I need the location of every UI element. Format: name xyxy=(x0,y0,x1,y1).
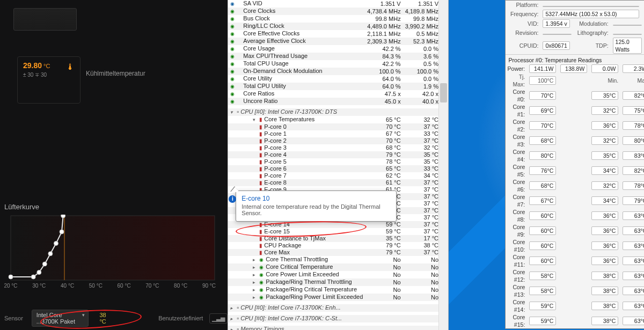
svg-text:20 °C: 20 °C xyxy=(4,283,18,289)
table-row[interactable]: ◉SA VID1.351 V1.351 V1.351 V1.351 V xyxy=(228,0,448,8)
table-row[interactable]: ◉Average Effective Clock2,309.3 MHz52.3 … xyxy=(228,38,448,45)
tdp-value: 125.0 Watts xyxy=(613,38,642,54)
table-row[interactable]: ▮P-core 368 °C32 °C80 °C36 °C xyxy=(228,144,448,151)
table-row[interactable]: ◉Bus Clock99.8 MHz99.8 MHz99.8 MHz99.8 M… xyxy=(228,15,448,23)
cpuid-label: CPUID: xyxy=(506,37,541,54)
svg-rect-0 xyxy=(11,216,215,280)
sensor-current-temp: 38 °C xyxy=(99,312,109,325)
sensor-select-value: Intel Core ...3700K Paket xyxy=(36,312,79,325)
coolant-label: Kühlmitteltemperatur xyxy=(86,70,145,77)
sensor-label: Sensor xyxy=(4,315,23,321)
core-temperature-table: Power:141.1W138.8W0.0W2.3WN/ATj. Max:100… xyxy=(506,64,644,328)
svg-point-3 xyxy=(31,275,35,279)
table-row[interactable]: ▾▮Core Temperatures65 °C32 °C83 °C50 °C xyxy=(228,116,448,123)
table-row[interactable]: ▸◉Package/Ring Critical TemperatureNoNoN… xyxy=(228,286,448,294)
thermometer-icon: 🌡 xyxy=(66,62,75,72)
table-row[interactable]: ▸◉Core Critical TemperatureNoNoNo xyxy=(228,263,448,271)
cpu-info-window[interactable]: Platform: Frequency:5327.44MHz (100.52 x… xyxy=(505,0,644,329)
svg-text:50 °C: 50 °C xyxy=(89,283,103,289)
table-row[interactable]: ▸◉Package/Ring Power Limit ExceededNoNoN… xyxy=(228,294,448,301)
table-row[interactable]: ▮P-core 479 °C35 °C80 °C59 °C xyxy=(228,151,448,158)
fan-curve-heading: Lüfterkurve xyxy=(4,203,39,211)
table-row[interactable]: ▮CPU Package79 °C38 °C82 °C63 °C xyxy=(228,242,448,249)
svg-point-5 xyxy=(42,262,47,266)
table-row[interactable]: ◉Total CPU Utility64.0 %1.9 %81.1 %32.1 … xyxy=(228,83,448,90)
svg-text:40 °C: 40 °C xyxy=(61,283,74,289)
scrollbar[interactable] xyxy=(438,0,448,330)
table-row[interactable]: ◉Max CPU/Thread Usage84.3 %3.6 %97.8 %65… xyxy=(228,53,448,60)
tooltip: i E-core 10 Internal core temperature re… xyxy=(236,190,397,222)
keyboard-illustration xyxy=(13,8,77,31)
svg-point-2 xyxy=(9,275,13,279)
table-row[interactable]: ▸◉Core Thermal ThrottlingNoNoNo xyxy=(228,256,448,263)
svg-text:80 °C: 80 °C xyxy=(174,283,187,289)
table-row[interactable]: ◉Core Utility64.0 %0.0 %150.6 %32.1 % xyxy=(228,75,448,83)
table-row[interactable]: ◉Core Ratios47.5 x42.0 x54.0 x47.5 x xyxy=(228,90,448,98)
table-row[interactable]: ▮P-core 578 °C35 °C83 °C57 °C xyxy=(228,158,448,165)
tooltip-tail xyxy=(231,187,239,192)
svg-text:90 °C: 90 °C xyxy=(202,283,216,289)
table-row[interactable]: ▮Core Max79 °C37 °C83 °C62 °C xyxy=(228,249,448,256)
table-row[interactable]: ◉Core Usage42.2 %0.0 %97.8 %20.3 % xyxy=(228,45,448,53)
table-row[interactable]: ▮E-core 1459 °C37 °C61 °C47 °C xyxy=(228,221,448,228)
svg-point-7 xyxy=(54,241,58,246)
tooltip-title: E-core 10 xyxy=(241,195,391,202)
chart-icon[interactable]: ▁▃▅ xyxy=(209,313,228,324)
table-row[interactable]: ▸◉Package/Ring Thermal ThrottlingNoNoNo xyxy=(228,278,448,286)
hw-monitor-panel: ◉SA VID1.351 V1.351 V1.351 V1.351 V◉Core… xyxy=(228,0,448,330)
temp-readings-header: Processor #0: Temperature Readings xyxy=(506,54,644,64)
fan-curve-chart[interactable]: 20 °C30 °C40 °C50 °C60 °C70 °C80 °C90 °C xyxy=(4,215,222,290)
table-row[interactable]: ◉Uncore Ratio45.0 x40.0 x46.0 x45.3 x xyxy=(228,98,448,105)
table-row[interactable]: ▮P-core 070 °C37 °C81 °C53 °C xyxy=(228,123,448,130)
table-row[interactable]: ▮E-core 861 °C37 °C61 °C47 °C xyxy=(228,179,448,186)
coolant-temp-card[interactable]: 🌡 29.80°C ± 30 ∓ 30 xyxy=(17,56,80,104)
svg-point-6 xyxy=(48,252,53,256)
svg-text:60 °C: 60 °C xyxy=(118,283,131,289)
table-row[interactable]: ▮P-core 665 °C33 °C73 °C49 °C xyxy=(228,165,448,172)
table-row[interactable]: ▮E-core 1559 °C37 °C61 °C47 °C xyxy=(228,228,448,235)
svg-text:70 °C: 70 °C xyxy=(145,283,159,289)
scrollbar-thumb[interactable] xyxy=(440,83,447,102)
coolant-temp-range: ± 30 ∓ 30 xyxy=(23,72,75,78)
table-row[interactable]: ▮P-core 167 °C33 °C71 °C49 °C xyxy=(228,130,448,137)
vid-value: 1.3954 v xyxy=(543,19,569,28)
vid-label: VID: xyxy=(506,19,541,28)
tdp-label: TDP: xyxy=(574,37,610,54)
tooltip-body: Internal core temperature read by the Di… xyxy=(241,203,391,216)
sensor-select[interactable]: Intel Core ...3700K Paket ▾ xyxy=(32,310,89,327)
fan-control-panel: 🌡 29.80°C ± 30 ∓ 30 Kühlmitteltemperatur… xyxy=(0,0,228,330)
table-row[interactable]: ◉Core Effective Clocks2,118.1 MHz0.5 MHz… xyxy=(228,30,448,38)
cpuid-value: 0x80671 xyxy=(543,41,569,50)
svg-text:30 °C: 30 °C xyxy=(32,283,46,289)
lithography-label: Lithography: xyxy=(574,28,610,37)
svg-point-8 xyxy=(60,230,64,234)
table-row[interactable]: ▸◉Core Power Limit ExceededNoNoNo xyxy=(228,271,448,278)
table-row[interactable]: ▮Core Distance to TjMax35 °C17 °C68 °C50… xyxy=(228,235,448,242)
table-row[interactable]: ◉On-Demand Clock Modulation100.0 %100.0 … xyxy=(228,68,448,75)
svg-point-9 xyxy=(61,215,65,218)
table-row[interactable]: ◉Ring/LLC Clock4,489.0 MHz3,990.2 MHz4,5… xyxy=(228,23,448,30)
revision-label: Revision: xyxy=(506,28,541,37)
table-row[interactable]: ◉Core Clocks4,738.4 MHz4,189.8 MHz5,386.… xyxy=(228,8,448,15)
custom-label: Benutzerdefiniert xyxy=(158,315,203,321)
modulation-label: Modulation: xyxy=(574,19,610,28)
frequency-label: Frequency: xyxy=(506,9,541,19)
hw-monitor-table[interactable]: ◉SA VID1.351 V1.351 V1.351 V1.351 V◉Core… xyxy=(228,0,448,330)
frequency-value: 5327.44MHz (100.52 x 53.0) xyxy=(543,10,639,18)
desktop-background: Platform: Frequency:5327.44MHz (100.52 x… xyxy=(449,0,644,330)
svg-point-4 xyxy=(37,270,41,275)
table-row[interactable]: ◉Total CPU Usage42.2 %0.5 %54.7 %20.3 % xyxy=(228,60,448,68)
table-row[interactable]: ▮P-core 762 °C34 °C74 °C47 °C xyxy=(228,172,448,179)
coolant-temp-value: 29.80 xyxy=(23,61,42,70)
fan-curve-footer: Sensor Intel Core ...3700K Paket ▾ 38 °C… xyxy=(4,311,228,326)
table-row[interactable]: ▮P-core 270 °C37 °C79 °C53 °C xyxy=(228,137,448,144)
chevron-down-icon: ▾ xyxy=(82,312,85,318)
platform-label: Platform: xyxy=(506,1,541,9)
